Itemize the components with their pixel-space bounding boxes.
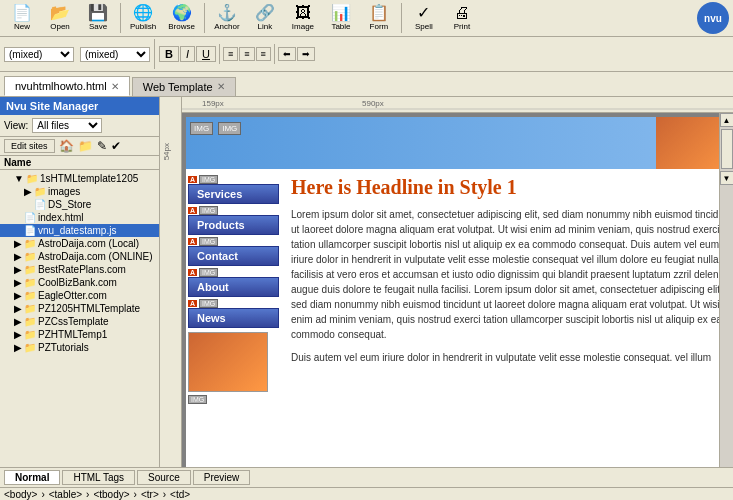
folder-expand-icon: ▼ [14,173,24,184]
tree-item-bestrate[interactable]: ▶ 📁 BestRatePlans.com [0,263,159,276]
tree-item-astrodaija-online[interactable]: ▶ 📁 AstroDaija.com (ONLINE) [0,250,159,263]
open-button[interactable]: 📂 Open [42,2,78,34]
scroll-down-button[interactable]: ▼ [720,171,734,185]
sidebar-icon-2[interactable]: 📁 [78,139,93,153]
status-tab-normal[interactable]: Normal [4,470,60,485]
tree-item-ds-store[interactable]: 📄 DS_Store [0,198,159,211]
anchor-button[interactable]: ⚓ Anchor [209,2,245,34]
format-select-2[interactable]: (mixed) [80,47,150,62]
sidebar-icon-4[interactable]: ✔ [111,139,121,153]
folder-icon-8: 📁 [24,303,36,314]
page-headline: Here is Headline in Style 1 [291,175,719,199]
status-tab-preview[interactable]: Preview [193,470,251,485]
form-button[interactable]: 📋 Form [361,2,397,34]
tab-nvuhtmlhowto[interactable]: nvuhtmlhowto.html ✕ [4,76,130,96]
tree-item-index[interactable]: 📄 index.html [0,211,159,224]
tab-label-1: nvuhtmlhowto.html [15,80,107,92]
align-center-button[interactable]: ≡ [239,47,254,61]
nav-badge-a-2: A [188,207,197,214]
toolbar-area: 📄 New 📂 Open 💾 Save 🌐 Publish 🌍 Browse ⚓… [0,0,733,72]
separator3 [401,3,402,33]
nav-item-contact[interactable]: Contact [188,246,279,266]
folder-icon-4: 📁 [24,251,36,262]
nav-item-news[interactable]: News [188,308,279,328]
scroll-thumb[interactable] [721,129,733,169]
spell-button[interactable]: ✓ Spell [406,2,442,34]
tree-item-eagle[interactable]: ▶ 📁 EagleOtter.com [0,289,159,302]
browse-button[interactable]: 🌍 Browse [163,2,200,34]
tab-bar: nvuhtmlhowto.html ✕ Web Template ✕ [0,72,733,97]
scroll-up-button[interactable]: ▲ [720,113,734,127]
content-area[interactable]: 159px 590px 54px [160,97,733,467]
tree-item-astrodaija-local[interactable]: ▶ 📁 AstroDaija.com (Local) [0,237,159,250]
folder-icon-1: 📁 [26,173,38,184]
indent-button[interactable]: ➡ [297,47,315,61]
bold-button[interactable]: B [159,46,179,62]
img-badge-1: IMG [190,122,213,135]
align-left-button[interactable]: ≡ [223,47,238,61]
breadcrumb-sep-2: › [86,489,89,500]
tab-close-2[interactable]: ✕ [217,81,225,92]
ruler-horizontal: 159px 590px [160,97,733,113]
main-area: Nvu Site Manager View: All files Edit si… [0,97,733,467]
tree-item-pzcss[interactable]: ▶ 📁 PZCssTemplate [0,315,159,328]
nav-badge-a-1: A [188,176,197,183]
scrollbar-vertical[interactable]: ▲ ▼ [719,113,733,467]
tab-label-2: Web Template [143,81,213,93]
folder-icon-11: 📁 [24,342,36,353]
tab-web-template[interactable]: Web Template ✕ [132,77,236,96]
tree-item-images[interactable]: ▶ 📁 images [0,185,159,198]
page-scroll-area[interactable]: IMG IMG A IMG [182,113,719,467]
sidebar-icon-3[interactable]: ✎ [97,139,107,153]
publish-icon: 🌐 [133,5,153,21]
nav-img-badge-3: IMG [199,237,218,246]
tree-item-coolbiz[interactable]: ▶ 📁 CoolBizBank.com [0,276,159,289]
align-right-button[interactable]: ≡ [256,47,271,61]
open-icon: 📂 [50,5,70,21]
status-bar: Normal HTML Tags Source Preview [0,467,733,487]
nav-row-products: A IMG Products [188,206,279,235]
nav-row-services: A IMG Services [188,175,279,204]
ruler-vertical: 54px [160,113,182,467]
status-tab-source[interactable]: Source [137,470,191,485]
nav-bottom-img: IMG [188,332,279,404]
publish-button[interactable]: 🌐 Publish [125,2,161,34]
print-button[interactable]: 🖨 Print [444,2,480,34]
link-button[interactable]: 🔗 Link [247,2,283,34]
outdent-button[interactable]: ⬅ [278,47,296,61]
new-button[interactable]: 📄 New [4,2,40,34]
body-text-1: Lorem ipsum dolor sit amet, consectetuer… [291,207,719,342]
ruler-corner [160,97,182,113]
edit-sites-button[interactable]: Edit sites [4,139,55,153]
separator4 [154,39,155,69]
tree-item-pztutorials[interactable]: ▶ 📁 PZTutorials [0,341,159,354]
save-button[interactable]: 💾 Save [80,2,116,34]
italic-button[interactable]: I [180,46,195,62]
breadcrumb-body[interactable]: <body> [4,489,37,500]
nav-item-about[interactable]: About [188,277,279,297]
image-button[interactable]: 🖼 Image [285,2,321,34]
breadcrumb-sep-1: › [41,489,44,500]
breadcrumb-table[interactable]: <table> [49,489,82,500]
nav-item-services[interactable]: Services [188,184,279,204]
sidebar-controls: View: All files [0,115,159,137]
underline-button[interactable]: U [196,46,216,62]
status-tab-html-tags[interactable]: HTML Tags [62,470,135,485]
format-select-1[interactable]: (mixed) [4,47,74,62]
breadcrumb-tbody[interactable]: <tbody> [93,489,129,500]
view-select[interactable]: All files [32,118,102,133]
tree-item-pzhtml1[interactable]: ▶ 📁 PZHTMLTemp1 [0,328,159,341]
nav-item-products[interactable]: Products [188,215,279,235]
tree-item-pz1205[interactable]: ▶ 📁 PZ1205HTMLTemplate [0,302,159,315]
tree-item-template[interactable]: ▼ 📁 1sHTMLtemplate1205 [0,172,159,185]
tree-item-vnu[interactable]: 📄 vnu_datestamp.js [0,224,159,237]
breadcrumb-tr[interactable]: <tr> [141,489,159,500]
breadcrumb-td[interactable]: <td> [170,489,190,500]
table-button[interactable]: 📊 Table [323,2,359,34]
nav-img-badge-4: IMG [199,268,218,277]
print-icon: 🖨 [454,5,470,21]
folder-icon-3: 📁 [24,238,36,249]
tab-close-1[interactable]: ✕ [111,81,119,92]
app-logo: nvu [697,2,729,34]
sidebar-icon-1[interactable]: 🏠 [59,139,74,153]
